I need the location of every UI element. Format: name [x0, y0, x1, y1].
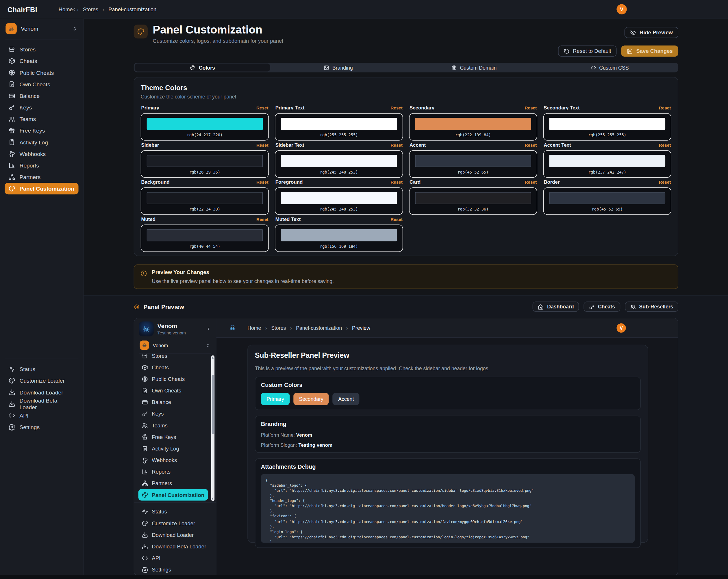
sidebar-item-api[interactable]: API — [5, 410, 78, 421]
reset-link[interactable]: Reset — [390, 142, 402, 147]
preview-sidebar-item-settings[interactable]: Settings — [138, 564, 212, 575]
reset-link[interactable]: Reset — [256, 142, 268, 147]
tab-colors[interactable]: Colors — [135, 63, 270, 71]
user-avatar[interactable]: V — [617, 4, 627, 14]
sidebar-item-activity-log[interactable]: Activity Log — [5, 136, 78, 148]
preview-breadcrumb-home[interactable]: Home — [248, 325, 261, 330]
preview-breadcrumb-stores[interactable]: Stores — [271, 325, 286, 330]
hide-preview-button[interactable]: Hide Preview — [625, 27, 678, 38]
scrollbar-down-arrow-icon[interactable] — [212, 498, 214, 500]
sidebar-item-public-cheats[interactable]: Public Cheats — [5, 67, 78, 78]
reset-link[interactable]: Reset — [525, 105, 537, 110]
sidebar-item-settings[interactable]: Settings — [5, 421, 78, 433]
users-icon — [630, 304, 636, 309]
accent-color-button[interactable]: Accent — [333, 393, 360, 405]
color-picker[interactable]: rgb(32 32 36) — [409, 187, 537, 215]
sidebar-item-customize-loader[interactable]: Customize Loader — [5, 375, 78, 386]
scrollbar-thumb[interactable] — [212, 375, 214, 434]
preview-workspace-selector[interactable]: ☠ Venom — [139, 339, 211, 354]
preview-sidebar-item-free-keys[interactable]: Free Keys — [138, 431, 208, 442]
preview-sidebar-item-teams[interactable]: Teams — [138, 419, 208, 431]
reset-link[interactable]: Reset — [525, 142, 537, 147]
color-picker[interactable]: rgb(26 29 36) — [141, 150, 269, 178]
store-icon — [141, 354, 148, 359]
color-swatch — [415, 155, 531, 167]
sidebar-item-download-loader[interactable]: Download Loader — [5, 386, 78, 398]
sidebar-item-cheats[interactable]: Cheats — [5, 55, 78, 67]
preview-sidebar-item-cheats[interactable]: Cheats — [138, 361, 208, 373]
sidebar-item-status[interactable]: Status — [5, 363, 78, 375]
color-picker[interactable]: rgb(222 139 84) — [409, 113, 537, 141]
preview-user-avatar[interactable]: V — [617, 324, 626, 333]
sidebar-item-own-cheats[interactable]: Own Cheats — [5, 79, 78, 90]
preview-sidebar-item-panel-customization[interactable]: Panel Customization — [138, 489, 208, 500]
sidebar-item-keys[interactable]: Keys — [5, 102, 78, 113]
sidebar-item-webhooks[interactable]: Webhooks — [5, 148, 78, 159]
sidebar-item-stores[interactable]: Stores — [5, 44, 78, 55]
preview-sidebar-item-label: Own Cheats — [152, 388, 181, 393]
preview-sidebar-item-api[interactable]: API — [138, 552, 212, 564]
tab-custom-css[interactable]: Custom CSS — [542, 63, 677, 71]
attachments-debug-code-block[interactable]: { "sidebar_logo": { "url": "https://chai… — [261, 474, 635, 543]
sidebar-item-reports[interactable]: Reports — [5, 160, 78, 171]
reset-link[interactable]: Reset — [256, 179, 268, 185]
preview-sidebar-item-reports[interactable]: Reports — [138, 466, 208, 477]
sidebar-item-balance[interactable]: Balance — [5, 90, 78, 102]
reset-link[interactable]: Reset — [256, 216, 268, 221]
reset-link[interactable]: Reset — [256, 105, 268, 110]
secondary-color-button[interactable]: Secondary — [293, 393, 329, 405]
color-picker[interactable]: rgb(245 248 253) — [275, 187, 403, 215]
preview-sidebar-item-stores[interactable]: Stores — [138, 354, 208, 362]
color-picker[interactable]: rgb(40 44 54) — [141, 225, 269, 252]
color-picker[interactable]: rgb(45 52 65) — [543, 187, 671, 215]
reset-link[interactable]: Reset — [390, 216, 402, 221]
sidebar-item-partners[interactable]: Partners — [5, 171, 78, 183]
sidebar-item-teams[interactable]: Teams — [5, 113, 78, 125]
save-changes-button[interactable]: Save Changes — [621, 45, 678, 57]
preview-sidebar-item-download-loader[interactable]: Download Loader — [138, 529, 212, 540]
preview-sidebar-item-own-cheats[interactable]: Own Cheats — [138, 385, 208, 396]
primary-color-button[interactable]: Primary — [261, 393, 290, 405]
color-picker[interactable]: rgb(245 248 253) — [275, 150, 403, 178]
reset-link[interactable]: Reset — [390, 105, 402, 110]
preview-sidebar-item-activity-log[interactable]: Activity Log — [138, 443, 208, 454]
reset-link[interactable]: Reset — [525, 179, 537, 185]
preview-sidebar-item-webhooks[interactable]: Webhooks — [138, 454, 208, 466]
color-picker[interactable]: rgb(45 52 65) — [409, 150, 537, 178]
tab-branding[interactable]: Branding — [270, 63, 406, 71]
reset-link[interactable]: Reset — [659, 142, 671, 147]
reset-link[interactable]: Reset — [659, 105, 671, 110]
preview-dashboard-button[interactable]: Dashboard — [532, 302, 579, 311]
preview-sidebar-item-customize-loader[interactable]: Customize Loader — [138, 517, 212, 529]
color-picker[interactable]: rgb(22 24 30) — [141, 187, 269, 215]
scrollbar-up-arrow-icon[interactable] — [212, 357, 214, 358]
preview-main: Sub-Reseller Panel Preview This is a pre… — [216, 338, 678, 576]
color-picker[interactable]: rgb(156 169 184) — [275, 225, 403, 252]
reset-link[interactable]: Reset — [390, 179, 402, 185]
color-picker[interactable]: rgb(237 242 247) — [543, 150, 671, 178]
preview-sub-resellers-button[interactable]: Sub-Resellers — [625, 302, 678, 311]
chevron-left-icon[interactable] — [206, 326, 211, 332]
breadcrumb-stores[interactable]: Stores — [83, 6, 98, 12]
color-picker[interactable]: rgb(24 217 220) — [141, 113, 269, 141]
preview-sidebar-scrollbar[interactable] — [211, 356, 214, 501]
preview-sidebar-item-download-beta-loader[interactable]: Download Beta Loader — [138, 541, 212, 552]
sidebar-item-download-beta-loader[interactable]: Download Beta Loader — [5, 398, 78, 410]
tab-custom-domain[interactable]: Custom Domain — [406, 63, 542, 71]
reset-to-default-button[interactable]: Reset to Default — [558, 45, 617, 57]
preview-cheats-button[interactable]: Cheats — [583, 302, 620, 311]
preview-sidebar-item-keys[interactable]: Keys — [138, 408, 208, 419]
preview-sidebar-item-partners[interactable]: Partners — [138, 477, 208, 489]
sidebar-item-panel-customization[interactable]: Panel Customization — [5, 183, 78, 194]
preview-sidebar-item-public-cheats[interactable]: Public Cheats — [138, 373, 208, 385]
sidebar-collapse-button[interactable] — [70, 5, 79, 14]
preview-sidebar-item-label: Activity Log — [152, 446, 179, 451]
color-picker[interactable]: rgb(255 255 255) — [543, 113, 671, 141]
workspace-selector[interactable]: ☠ Venom — [5, 23, 78, 39]
preview-sidebar-item-status[interactable]: Status — [138, 506, 212, 517]
preview-breadcrumb-panel-customization[interactable]: Panel-customization — [296, 325, 342, 330]
sidebar-item-free-keys[interactable]: Free Keys — [5, 125, 78, 136]
preview-sidebar-item-balance[interactable]: Balance — [138, 396, 208, 408]
reset-link[interactable]: Reset — [659, 179, 671, 185]
color-picker[interactable]: rgb(255 255 255) — [275, 113, 403, 141]
